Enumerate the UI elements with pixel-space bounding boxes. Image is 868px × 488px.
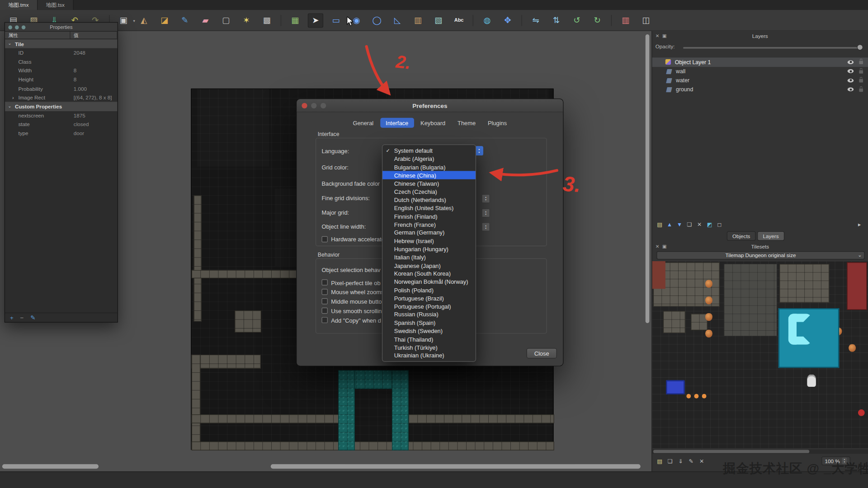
fine-grid-spinner[interactable]: ▴▾ (481, 194, 490, 203)
close-button[interactable]: Close (526, 348, 557, 358)
language-menu-item[interactable]: ✓ Bulgarian (Bulgaria) (382, 163, 476, 171)
edit-tileset-button[interactable]: ✎ (687, 457, 695, 465)
highlight-layer-button[interactable]: ▥ (618, 13, 633, 28)
insert-tile-tool[interactable]: ▥ (410, 13, 425, 28)
language-menu-item[interactable]: ✓ Hebrew (Israel) (382, 237, 476, 245)
duplicate-layer-button[interactable]: ❏ (685, 220, 693, 228)
docks-toggle-button[interactable]: ◫ (638, 13, 654, 28)
preferences-tab[interactable]: Theme (452, 118, 481, 128)
highlight-layer-toggle[interactable]: ◩ (705, 220, 713, 228)
offset-layers-tool[interactable]: ✥ (500, 13, 515, 28)
tool-button[interactable] (281, 14, 281, 25)
lock-layer-button[interactable]: ◻ (715, 220, 723, 228)
language-menu-item[interactable]: ✓ Chinese (China) (382, 171, 476, 179)
behavior-checkbox[interactable] (321, 289, 327, 295)
globe-tool[interactable]: ◍ (479, 13, 495, 28)
bucket-fill-tool[interactable]: ◪ (157, 13, 172, 28)
dock-horizontal-scrollbar[interactable] (2, 464, 99, 469)
layer-visibility-eye-icon[interactable] (848, 60, 854, 64)
shape-fill-tool[interactable]: ✎ (177, 13, 193, 28)
language-menu-item[interactable]: ✓ Ukrainian (Ukraine) (382, 351, 476, 359)
language-menu-item[interactable]: ✓ Norwegian Bokmål (Norway) (382, 277, 476, 286)
property-row[interactable]: Probability 1.000 (5, 84, 118, 93)
flip-horizontal-button[interactable]: ⇋ (528, 13, 543, 28)
stamp-brush-tool[interactable]: ▣ (116, 13, 131, 28)
language-menu-item[interactable]: ✓ Finnish (Finland) (382, 212, 476, 220)
zoom-window-dot[interactable] (321, 103, 326, 108)
language-menu-item[interactable]: ✓ Russian (Russia) (382, 310, 476, 319)
export-tileset-button[interactable]: ⇓ (676, 457, 684, 465)
property-row[interactable]: nextscreen 1875 (5, 111, 118, 120)
remove-layer-button[interactable]: ✕ (695, 220, 703, 228)
preferences-tab[interactable]: General (347, 118, 379, 128)
tool-button[interactable] (521, 14, 522, 25)
language-menu-item[interactable]: ✓ Czech (Czechia) (382, 188, 476, 196)
insert-point-tool[interactable]: ◉ (349, 13, 364, 28)
property-value-column-header[interactable]: 值 (71, 32, 118, 39)
language-menu-item[interactable]: ✓ Thai (Thailand) (382, 335, 476, 343)
property-row[interactable]: type door (5, 129, 118, 138)
language-menu-item[interactable]: ✓ German (Germany) (382, 229, 476, 237)
property-row[interactable]: Image Rect [(64, 272), 8 x 8] (5, 93, 118, 102)
insert-rectangle-tool[interactable]: ▭ (328, 13, 344, 28)
language-menu-item[interactable]: ✓ Arabic (Algeria) (382, 155, 476, 163)
layer-lock-icon[interactable] (859, 70, 863, 73)
language-menu-item[interactable]: ✓ Korean (South Korea) (382, 269, 476, 277)
lower-layer-button[interactable]: ▼ (675, 220, 684, 228)
layer-lock-icon[interactable] (859, 89, 863, 92)
minimize-window-dot[interactable] (311, 103, 316, 108)
behavior-checkbox[interactable] (321, 298, 327, 304)
property-row[interactable]: ID 2048 (5, 48, 118, 57)
panel-more-button[interactable]: ▸ (855, 220, 863, 228)
language-menu-item[interactable]: ✓ Chinese (Taiwan) (382, 179, 476, 188)
insert-text-tool[interactable]: Abc (451, 13, 467, 28)
property-row[interactable]: Custom Properties (5, 102, 118, 111)
document-tab[interactable]: 地图.tmx (0, 0, 38, 10)
layer-row[interactable]: water (652, 76, 868, 85)
property-row[interactable]: Width 8 (5, 66, 118, 75)
language-menu-item[interactable]: ✓ System default (382, 146, 476, 155)
embed-tileset-button[interactable]: ❏ (666, 457, 674, 465)
language-menu-item[interactable]: ✓ Portuguese (Portugal) (382, 302, 476, 310)
tool-button[interactable] (473, 14, 473, 25)
property-name-column-header[interactable]: 属性 (5, 32, 70, 39)
rotate-left-button[interactable]: ↺ (569, 13, 585, 28)
language-menu-item[interactable]: ✓ Turkish (Türkiye) (382, 343, 476, 351)
close-window-dot[interactable] (302, 103, 307, 108)
language-menu-item[interactable]: ✓ Hungarian (Hungary) (382, 245, 476, 253)
remove-property-button[interactable]: − (20, 314, 24, 320)
add-property-button[interactable]: + (10, 314, 14, 320)
edit-property-button[interactable]: ✎ (30, 314, 35, 320)
tool-button[interactable] (611, 14, 612, 25)
layer-lock-icon[interactable] (859, 61, 863, 64)
eraser-tool[interactable]: ▰ (198, 13, 213, 28)
language-menu-item[interactable]: ✓ Swedish (Sweden) (382, 327, 476, 335)
window-control-dots[interactable] (8, 25, 25, 29)
preferences-tab[interactable]: Interface (380, 118, 414, 128)
property-row[interactable]: Class (5, 57, 118, 66)
raise-layer-button[interactable]: ▲ (665, 220, 674, 228)
rotate-right-button[interactable]: ↻ (590, 13, 605, 28)
behavior-checkbox[interactable] (321, 308, 327, 314)
new-layer-button[interactable]: ▤ (656, 220, 664, 228)
flip-vertical-button[interactable]: ⇅ (548, 13, 564, 28)
insert-polygon-tool[interactable]: ◺ (390, 13, 405, 28)
canvas-vertical-scrollbar[interactable] (646, 34, 650, 323)
language-menu-item[interactable]: ✓ Spanish (Spain) (382, 319, 476, 327)
language-menu-item[interactable]: ✓ Italian (Italy) (382, 253, 476, 261)
preferences-tab[interactable]: Keyboard (415, 118, 451, 128)
insert-ellipse-tool[interactable]: ◯ (369, 13, 385, 28)
property-row[interactable]: Height 8 (5, 75, 118, 84)
dock-tab[interactable]: Objects (727, 231, 756, 241)
property-row[interactable]: Tile (5, 39, 118, 48)
new-tileset-button[interactable]: ▤ (656, 457, 664, 465)
insert-template-tool[interactable]: ▧ (431, 13, 446, 28)
behavior-checkbox[interactable] (321, 317, 327, 323)
language-menu-item[interactable]: ✓ French (France) (382, 221, 476, 229)
canvas-horizontal-scrollbar[interactable] (271, 464, 641, 469)
language-combo-stepper[interactable]: ▴▾ (475, 146, 483, 155)
layer-lock-icon[interactable] (859, 79, 863, 82)
document-tab[interactable]: 地图.tsx (38, 0, 73, 10)
preferences-tab[interactable]: Plugins (482, 118, 513, 128)
object-line-width-spinner[interactable]: ▴▾ (481, 222, 490, 231)
